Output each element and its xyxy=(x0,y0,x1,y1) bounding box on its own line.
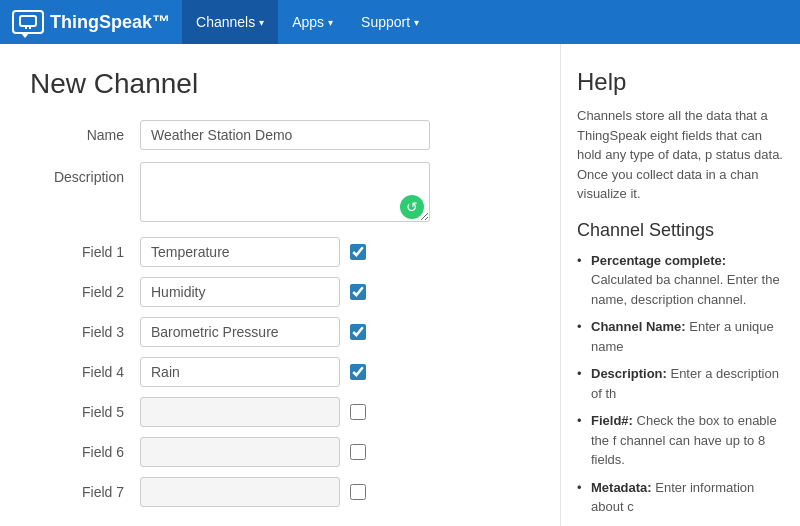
nav-apps[interactable]: Apps ▾ xyxy=(278,0,347,44)
field-input-3[interactable] xyxy=(140,317,340,347)
fields-container: Field 1Field 2Field 3Field 4Field 5Field… xyxy=(30,237,530,507)
help-intro: Channels store all the data that a Thing… xyxy=(577,106,784,204)
help-list-item: Percentage complete: Calculated ba chann… xyxy=(577,251,784,310)
field-checkbox-7[interactable] xyxy=(350,484,366,500)
field-checkbox-1[interactable] xyxy=(350,244,366,260)
brand: ThingSpeak™ xyxy=(12,10,170,34)
nav-channels[interactable]: Channels ▾ xyxy=(182,0,278,44)
support-link[interactable]: Support ▾ xyxy=(347,0,433,44)
field-row: Field 4 xyxy=(30,357,530,387)
brand-icon xyxy=(12,10,44,34)
nav-menu: Channels ▾ Apps ▾ Support ▾ xyxy=(182,0,433,44)
help-title: Help xyxy=(577,68,784,96)
navbar: ThingSpeak™ Channels ▾ Apps ▾ Support ▾ xyxy=(0,0,800,44)
field-label-7: Field 7 xyxy=(30,484,140,500)
help-list-item: Metadata: Enter information about c xyxy=(577,478,784,517)
description-label: Description xyxy=(30,162,140,185)
field-input-7[interactable] xyxy=(140,477,340,507)
main-container: New Channel Name Description Field 1Fiel… xyxy=(0,44,800,526)
form-panel: New Channel Name Description Field 1Fiel… xyxy=(0,44,560,526)
svg-rect-0 xyxy=(20,16,36,26)
field-label-2: Field 2 xyxy=(30,284,140,300)
help-list-item: Description: Enter a description of th xyxy=(577,364,784,403)
field-checkbox-2[interactable] xyxy=(350,284,366,300)
name-label: Name xyxy=(30,120,140,143)
field-input-2[interactable] xyxy=(140,277,340,307)
field-row: Field 7 xyxy=(30,477,530,507)
field-row: Field 2 xyxy=(30,277,530,307)
help-list-item: Channel Name: Enter a unique name xyxy=(577,317,784,356)
field-row: Field 6 xyxy=(30,437,530,467)
help-list: Percentage complete: Calculated ba chann… xyxy=(577,251,784,527)
help-list-item: Field#: Check the box to enable the f ch… xyxy=(577,411,784,470)
apps-caret: ▾ xyxy=(328,17,333,28)
field-input-1[interactable] xyxy=(140,237,340,267)
brand-name: ThingSpeak™ xyxy=(50,12,170,33)
apps-link[interactable]: Apps ▾ xyxy=(278,0,347,44)
field-checkbox-3[interactable] xyxy=(350,324,366,340)
field-label-1: Field 1 xyxy=(30,244,140,260)
field-label-6: Field 6 xyxy=(30,444,140,460)
nav-support[interactable]: Support ▾ xyxy=(347,0,433,44)
field-label-4: Field 4 xyxy=(30,364,140,380)
description-group: Description xyxy=(30,162,530,225)
field-label-5: Field 5 xyxy=(30,404,140,420)
field-checkbox-6[interactable] xyxy=(350,444,366,460)
field-label-3: Field 3 xyxy=(30,324,140,340)
field-input-6[interactable] xyxy=(140,437,340,467)
description-refresh-icon[interactable] xyxy=(400,195,424,219)
channels-caret: ▾ xyxy=(259,17,264,28)
channels-link[interactable]: Channels ▾ xyxy=(182,0,278,44)
help-section-title: Channel Settings xyxy=(577,220,784,241)
page-title: New Channel xyxy=(30,68,530,100)
field-input-5[interactable] xyxy=(140,397,340,427)
field-row: Field 5 xyxy=(30,397,530,427)
name-group: Name xyxy=(30,120,530,150)
field-input-4[interactable] xyxy=(140,357,340,387)
description-wrapper xyxy=(140,162,430,225)
field-checkbox-4[interactable] xyxy=(350,364,366,380)
name-input[interactable] xyxy=(140,120,430,150)
help-panel: Help Channels store all the data that a … xyxy=(560,44,800,526)
field-row: Field 1 xyxy=(30,237,530,267)
support-caret: ▾ xyxy=(414,17,419,28)
description-textarea[interactable] xyxy=(140,162,430,222)
field-row: Field 3 xyxy=(30,317,530,347)
field-checkbox-5[interactable] xyxy=(350,404,366,420)
